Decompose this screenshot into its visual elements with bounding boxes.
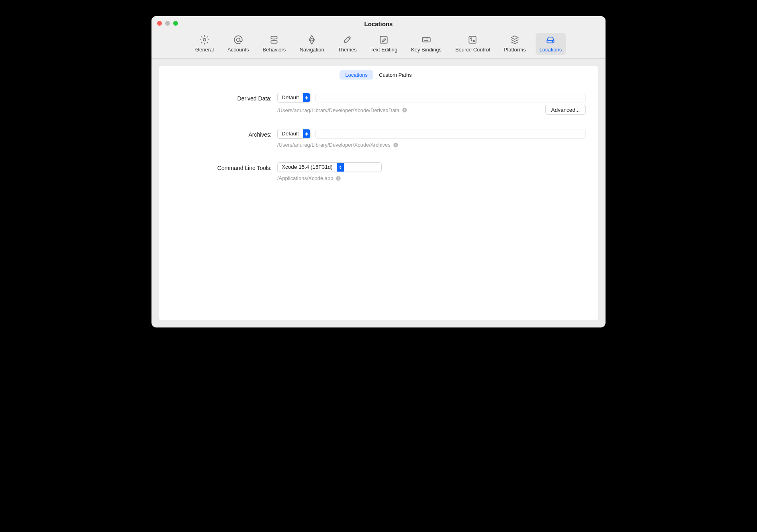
tab-behaviors[interactable]: Behaviors — [259, 33, 290, 55]
derived-data-path: /Users/anurag/Library/Developer/Xcode/De… — [277, 107, 399, 113]
toolbar-label: Navigation — [299, 47, 324, 53]
archives-label: Archives: — [171, 129, 272, 138]
drive-icon — [545, 35, 556, 45]
svg-rect-13 — [469, 36, 476, 43]
svg-point-0 — [203, 39, 206, 41]
subtab-locations[interactable]: Locations — [340, 70, 373, 80]
tab-source-control[interactable]: Source Control — [451, 33, 494, 55]
archives-path-field[interactable] — [315, 129, 586, 139]
svg-point-19 — [393, 143, 398, 147]
popup-value: Xcode 15.4 (15F31d) — [278, 163, 337, 172]
at-sign-icon — [233, 35, 243, 45]
titlebar: Locations General Accounts Behaviors — [151, 16, 606, 59]
minimize-window-button[interactable] — [165, 21, 170, 26]
tab-key-bindings[interactable]: Key Bindings — [407, 33, 446, 55]
toolbar-label: General — [195, 47, 214, 53]
prefs-toolbar: General Accounts Behaviors Navigation — [151, 31, 606, 58]
updown-icon — [303, 129, 310, 138]
toolbar-label: Platforms — [504, 47, 526, 53]
reveal-in-finder-button[interactable] — [402, 107, 407, 113]
command-line-tools-path: /Applications/Xcode.app — [277, 175, 333, 181]
button-label: Advanced... — [551, 107, 580, 113]
svg-rect-3 — [271, 41, 277, 43]
archives-popup[interactable]: Default — [277, 129, 311, 139]
tab-general[interactable]: General — [191, 33, 218, 55]
subtab-custom-paths[interactable]: Custom Paths — [373, 70, 417, 80]
row-archives: Archives: Default /Users/anurag/Library/… — [171, 129, 586, 148]
tab-accounts[interactable]: Accounts — [223, 33, 253, 55]
svg-rect-2 — [271, 36, 277, 39]
svg-point-18 — [403, 108, 407, 112]
reveal-in-finder-button[interactable] — [393, 142, 399, 148]
toolbar-label: Source Control — [455, 47, 490, 53]
toolbar-label: Behaviors — [263, 47, 286, 53]
content-card: Locations Custom Paths Derived Data: Def… — [159, 66, 598, 320]
command-line-tools-popup[interactable]: Xcode 15.4 (15F31d) — [277, 162, 382, 172]
gear-icon — [199, 35, 210, 45]
command-line-tools-label: Command Line Tools: — [171, 162, 272, 171]
advanced-button[interactable]: Advanced... — [545, 105, 586, 115]
derived-data-label: Derived Data: — [171, 93, 272, 102]
toolbar-label: Text Editing — [370, 47, 397, 53]
tab-text-editing[interactable]: Text Editing — [366, 33, 401, 55]
row-command-line-tools: Command Line Tools: Xcode 15.4 (15F31d) … — [171, 162, 586, 181]
tab-themes[interactable]: Themes — [334, 33, 361, 55]
svg-point-15 — [473, 41, 475, 42]
subtab-segmented-control: Locations Custom Paths — [340, 70, 417, 80]
toolbar-label: Key Bindings — [411, 47, 442, 53]
toolbar-label: Locations — [540, 47, 562, 53]
tab-platforms[interactable]: Platforms — [500, 33, 530, 55]
derived-data-path-field[interactable] — [315, 93, 586, 102]
tab-locations[interactable]: Locations — [536, 33, 566, 55]
window-controls — [157, 21, 178, 26]
source-control-icon — [467, 35, 478, 45]
archives-path: /Users/anurag/Library/Developer/Xcode/Ar… — [277, 142, 391, 148]
window-title: Locations — [364, 20, 393, 27]
updown-icon — [303, 93, 310, 102]
segment-label: Custom Paths — [379, 72, 412, 78]
locations-form: Derived Data: Default /Users/an — [159, 83, 598, 189]
updown-icon — [337, 163, 344, 172]
keyboard-icon — [421, 35, 432, 45]
svg-rect-6 — [422, 38, 430, 42]
svg-point-20 — [336, 176, 341, 180]
popup-value: Default — [278, 93, 303, 102]
reveal-in-finder-button[interactable] — [336, 176, 341, 181]
paintbrush-icon — [342, 35, 352, 45]
layers-icon — [509, 35, 520, 45]
close-window-button[interactable] — [157, 21, 162, 26]
navigation-icon — [307, 35, 317, 45]
zoom-window-button[interactable] — [173, 21, 178, 26]
edit-icon — [378, 35, 389, 45]
behaviors-icon — [269, 35, 279, 45]
preferences-window: Locations General Accounts Behaviors — [151, 16, 606, 327]
svg-point-17 — [552, 41, 553, 42]
popup-value: Default — [278, 129, 303, 138]
derived-data-popup[interactable]: Default — [277, 93, 311, 102]
svg-point-1 — [236, 38, 240, 42]
tab-navigation[interactable]: Navigation — [295, 33, 328, 55]
toolbar-label: Accounts — [227, 47, 249, 53]
toolbar-label: Themes — [338, 47, 357, 53]
row-derived-data: Derived Data: Default /Users/an — [171, 93, 586, 115]
segment-label: Locations — [345, 72, 368, 78]
